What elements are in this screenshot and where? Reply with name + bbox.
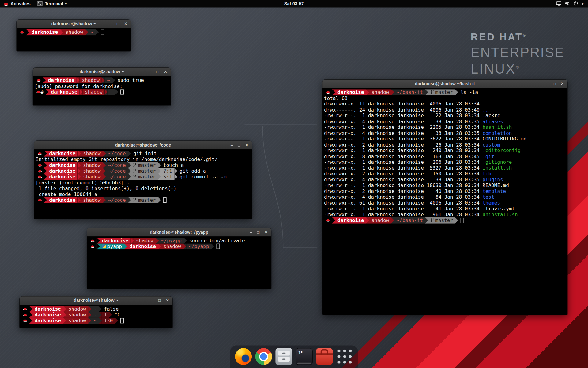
redhat-icon xyxy=(37,175,42,178)
segment-text: darknoise xyxy=(49,168,75,174)
powerline-arrow-icon xyxy=(80,89,83,95)
system-status-area[interactable]: ▾ xyxy=(553,0,586,7)
segment-text: master xyxy=(138,197,156,203)
maximize-button[interactable]: □ xyxy=(158,298,161,302)
terminal-line: drwxrwxr-x. 2 darknoise darknoise 26 Jan… xyxy=(324,142,566,148)
terminal-viewport[interactable]: darknoiseshadow~/bash-itmasterls -latota… xyxy=(322,88,567,317)
powerline-arrow-icon xyxy=(103,151,106,156)
dock-firefox[interactable] xyxy=(235,348,252,365)
powerline-arrow-icon xyxy=(366,89,369,95)
close-button[interactable]: ✕ xyxy=(560,82,564,86)
minimize-button[interactable]: – xyxy=(151,298,153,302)
prompt-segment-path: ~ xyxy=(91,312,99,318)
maximize-button[interactable]: □ xyxy=(117,21,119,25)
minimize-button[interactable]: – xyxy=(149,70,152,74)
terminal-viewport[interactable]: darknoiseshadow~/pyappsource bin/activat… xyxy=(87,236,271,291)
git-branch-icon xyxy=(431,218,434,222)
prompt-segment-exit: 130 xyxy=(102,318,115,324)
minimize-button[interactable]: – xyxy=(546,82,548,86)
window-titlebar[interactable]: darknoise@shadow:~–□✕ xyxy=(33,67,171,76)
powerline-arrow-icon xyxy=(29,306,32,312)
terminal-viewport[interactable]: darknoiseshadow~falsedarknoiseshadow~1^C… xyxy=(20,305,173,330)
chrome-icon xyxy=(255,348,272,365)
redhat-icon xyxy=(326,219,330,222)
prompt-segment-host: shadow xyxy=(80,77,102,83)
terminal-line: -rwxrwxr-x. 1 darknoise darknoise 206 Ja… xyxy=(324,159,566,165)
terminal-line: darknoiseshadow~1^C xyxy=(21,312,171,318)
output-text: drwxrwxr-x. 4 darknoise darknoise 38 Jan… xyxy=(324,177,483,182)
prompt-segment-os xyxy=(36,168,44,174)
window-titlebar[interactable]: darknoise@shadow:~–□✕ xyxy=(20,296,173,305)
powerline-arrow-icon xyxy=(46,89,49,95)
window-titlebar[interactable]: darknoise@shadow:~/pyapp–□✕ xyxy=(87,228,271,236)
powerline-arrow-icon xyxy=(425,89,428,95)
maximize-button[interactable]: □ xyxy=(238,143,240,147)
activities-button[interactable]: Activities xyxy=(0,0,34,7)
top-bar: Activities Terminal ▾ Sat 03:57 ▾ xyxy=(0,0,588,7)
minimize-button[interactable]: – xyxy=(110,21,112,25)
prompt-segment-host: shadow xyxy=(66,318,88,324)
powerline-arrow-icon xyxy=(131,238,134,243)
dock-toolbox[interactable] xyxy=(316,348,333,365)
redhat-icon xyxy=(23,307,28,311)
close-button[interactable]: ✕ xyxy=(124,21,127,25)
terminal-icon: $> xyxy=(296,348,313,365)
prompt-segment-user: darknoise xyxy=(49,89,80,95)
minimize-button[interactable]: – xyxy=(231,143,233,147)
prompt-segment-user: darknoise xyxy=(100,238,131,243)
dock-chrome[interactable] xyxy=(255,348,272,365)
terminal-viewport[interactable]: darknoiseshadow~sudo true[sudo] password… xyxy=(33,76,171,108)
display-icon xyxy=(556,1,562,6)
powerline-arrow-icon xyxy=(88,318,91,324)
redhat-icon xyxy=(37,169,42,173)
segment-text: ~ xyxy=(93,318,96,324)
maximize-button[interactable]: □ xyxy=(156,70,159,74)
powerline-arrow-icon xyxy=(44,168,47,174)
window-titlebar[interactable]: darknoise@shadow:~/bash-it–□✕ xyxy=(322,80,567,88)
prompt-segment-host: shadow xyxy=(81,162,103,168)
dock-files[interactable] xyxy=(275,348,292,365)
dock-terminal[interactable]: $> xyxy=(296,348,313,365)
close-button[interactable]: ✕ xyxy=(166,298,169,302)
output-text: bash_it.sh xyxy=(482,124,512,130)
terminal-line: darknoiseshadow~/codemaster?:1git add a xyxy=(36,168,251,174)
close-button[interactable]: ✕ xyxy=(245,143,249,147)
terminal-line: -rw-rw-r--. 1 darknoise darknoise 3622 J… xyxy=(324,136,566,142)
powerline-arrow-icon xyxy=(44,174,47,180)
powerline-arrow-icon xyxy=(115,318,118,324)
powerline-arrow-icon xyxy=(103,197,106,203)
segment-text: ~ xyxy=(93,312,96,318)
dock-app-grid[interactable] xyxy=(336,348,353,365)
clock[interactable]: Sat 03:57 xyxy=(284,1,304,6)
window-titlebar[interactable]: darknoise@shadow:~/code–□✕ xyxy=(34,141,252,149)
prompt-segment-user: darknoise xyxy=(32,312,63,318)
output-text: -rwxrwxr-x. 1 darknoise darknoise 5327 J… xyxy=(324,165,483,171)
terminal-viewport[interactable]: darknoiseshadow~ xyxy=(17,28,131,53)
command-text: sudo true xyxy=(115,77,144,83)
segment-text: shadow xyxy=(371,217,389,223)
powerline-arrow-icon xyxy=(391,217,394,223)
terminal-line: -rwxrwxr-x. 1 darknoise darknoise 240 Ja… xyxy=(324,148,566,153)
terminal-line: drwxrwxr-x. 4 darknoise darknoise 84 Jan… xyxy=(324,194,566,200)
minimize-button[interactable]: – xyxy=(250,230,252,234)
close-button[interactable]: ✕ xyxy=(264,230,268,234)
segment-text: darknoise xyxy=(51,89,77,95)
redhat-icon xyxy=(3,2,9,6)
segment-text: master xyxy=(435,89,453,95)
powerline-arrow-icon xyxy=(26,29,29,35)
powerline-arrow-icon xyxy=(29,318,32,324)
maximize-button[interactable]: □ xyxy=(553,82,556,86)
window-titlebar[interactable]: darknoise@shadow:~–□✕ xyxy=(17,20,131,28)
terminal-viewport[interactable]: darknoiseshadow~/codegit initInitialized… xyxy=(34,149,252,221)
output-text: completion xyxy=(482,130,512,136)
window-title: darknoise@shadow:~/code xyxy=(115,143,171,147)
app-menu[interactable]: Terminal ▾ xyxy=(34,0,70,7)
prompt-segment-user: darknoise xyxy=(47,197,78,203)
prompt-segment-host: shadow xyxy=(369,217,391,223)
terminal-app-icon xyxy=(37,1,43,6)
maximize-button[interactable]: □ xyxy=(257,230,259,234)
prompt-segment-path: ~/bash-it xyxy=(394,217,425,223)
close-button[interactable]: ✕ xyxy=(164,70,167,74)
powerline-arrow-icon xyxy=(97,238,100,243)
prompt-segment-host: shadow xyxy=(81,151,103,156)
